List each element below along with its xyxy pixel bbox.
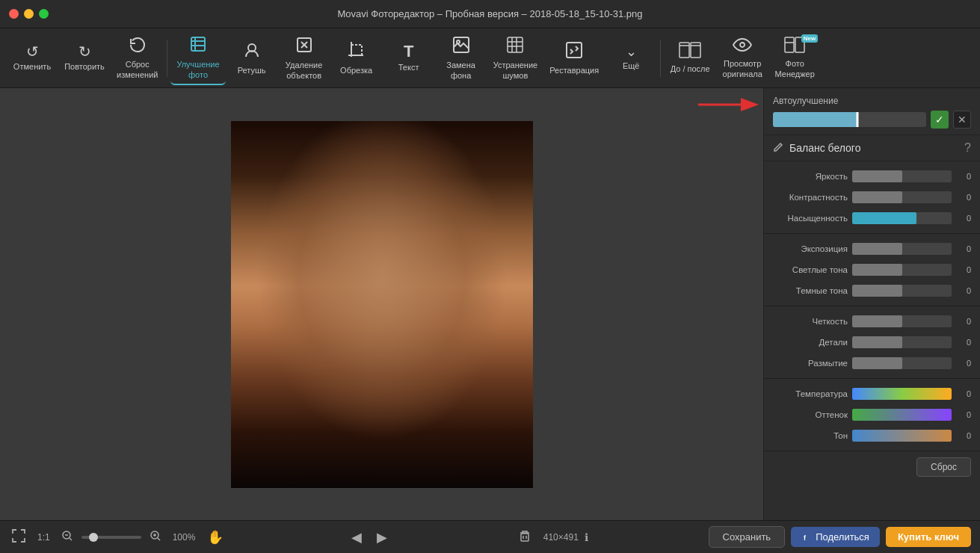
temperature-slider[interactable] [852,388,952,400]
close-button[interactable] [9,9,19,19]
section-title: Баланс белого [789,142,860,154]
redo-icon: ↻ [78,44,91,59]
prev-image-button[interactable]: ◀ [347,528,366,547]
svg-line-35 [158,538,160,540]
toolbar-reset[interactable]: Сброс изменений [111,31,164,85]
slider-row-tone: Тон 0 [773,425,971,446]
zoom-slider[interactable] [81,536,141,539]
reset-button[interactable]: Сброс [916,457,971,477]
toolbar-remove-objects-label: Удаление объектов [286,61,323,80]
toolbar-enhance[interactable]: Улучшение фото [170,31,225,85]
toolbar-restore[interactable]: Реставрация [543,31,605,85]
shadows-value: 0 [956,286,971,295]
toolbar-crop[interactable]: Обрезка [330,31,383,85]
brightness-fill [852,170,902,182]
toolbar-replace-bg[interactable]: Замена фона [435,31,487,85]
slider-row-saturation: Насыщенность 0 [773,208,971,229]
canvas-area [0,88,763,520]
save-button[interactable]: Сохранить [709,526,786,548]
auto-enhance-slider-row: ✓ ✕ [773,111,971,129]
toolbar-view-original[interactable]: Просмотр оригинала [716,31,768,85]
details-value: 0 [956,338,971,347]
crop-icon [347,40,366,63]
tone-slider[interactable] [852,430,952,442]
toolbar-retouch-label: Ретушь [238,66,266,75]
share-button[interactable]: f Поделиться [791,527,880,547]
clarity-label: Четкость [773,317,848,326]
before-after-icon [679,42,701,61]
buy-key-button[interactable]: Купить ключ [886,527,971,547]
toolbar-text-label: Текст [398,63,419,72]
help-button[interactable]: ? [964,141,971,155]
slider-row-blur: Размытие 0 [773,353,971,374]
face-overlay [231,121,533,488]
toolbar-redo[interactable]: ↻ Повторить [58,31,111,85]
next-image-button[interactable]: ▶ [372,528,392,547]
hand-tool-button[interactable]: ✋ [204,526,226,549]
toolbar-denoise-label: Устранение шумов [493,61,538,80]
highlights-value: 0 [956,265,971,274]
slider-row-exposure: Экспозиция 0 [773,238,971,259]
tone-label: Тон [773,431,848,440]
exposure-fill [852,243,902,255]
photo-container [231,121,533,488]
toolbar-photo-manager-label: Фото Менеджер [774,59,814,78]
photo-inner [231,121,533,488]
toolbar-undo-label: Отменить [13,62,51,72]
toolbar-denoise[interactable]: Устранение шумов [487,31,544,85]
info-button[interactable]: ℹ [585,531,588,543]
svg-rect-13 [508,37,523,52]
shadows-fill [852,285,902,297]
auto-enhance-confirm[interactable]: ✓ [931,111,949,129]
text-icon: T [404,43,413,60]
toolbar-remove-objects[interactable]: Удаление объектов [278,31,330,85]
toolbar-more[interactable]: ⌄ Ещё [605,31,657,85]
shadows-label: Темные тона [773,286,848,295]
blur-fill [852,357,902,369]
share-label: Поделиться [816,531,869,543]
toolbar-text[interactable]: T Текст [383,31,435,85]
reset-btn-row: Сброс [764,451,980,483]
toolbar-undo[interactable]: ↺ Отменить [6,31,58,85]
auto-enhance-track[interactable] [773,112,926,127]
toolbar-photo-manager[interactable]: New Фото Менеджер [768,31,821,85]
replace-bg-icon [452,35,471,58]
highlights-slider[interactable] [852,264,952,276]
minimize-button[interactable] [24,9,34,19]
auto-enhance-cancel[interactable]: ✕ [953,111,971,129]
main-area: Автоулучшение ✓ ✕ Баланс белого ? [0,88,980,520]
blur-label: Размытие [773,359,848,368]
undo-icon: ↺ [26,44,39,59]
exposure-value: 0 [956,244,971,253]
contrast-fill [852,191,902,203]
zoom-in-button[interactable] [147,528,164,547]
maximize-button[interactable] [39,9,49,19]
slider-row-details: Детали 0 [773,332,971,353]
blur-slider[interactable] [852,357,952,369]
brightness-slider[interactable] [852,170,952,182]
hue-slider[interactable] [852,409,952,421]
saturation-fill [852,212,916,224]
window-title: Movavi Фоторедактор – Пробная версия – 2… [337,8,642,19]
titlebar: Movavi Фоторедактор – Пробная версия – 2… [0,0,980,28]
svg-rect-36 [521,534,528,541]
saturation-slider[interactable] [852,212,952,224]
zoom-ratio: 1:1 [37,532,50,543]
brightness-label: Яркость [773,172,848,181]
image-size: 410×491 [543,532,579,543]
contrast-slider[interactable] [852,191,952,203]
shadows-slider[interactable] [852,285,952,297]
zoom-out-button[interactable] [59,528,75,547]
fullscreen-button[interactable] [9,526,28,549]
toolbar-before-after[interactable]: До / после [664,31,716,85]
svg-rect-20 [691,43,700,58]
toolbar-retouch[interactable]: Ретушь [226,31,278,85]
slider-group-4: Температура 0 Оттенок 0 Тон 0 [764,379,980,451]
exposure-slider[interactable] [852,243,952,255]
details-slider[interactable] [852,336,952,348]
more-icon: ⌄ [626,45,637,58]
slider-group-1: Яркость 0 Контрастность 0 Насыщенность 0 [764,161,980,234]
clarity-slider[interactable] [852,315,952,327]
saturation-label: Насыщенность [773,214,848,223]
delete-button[interactable] [512,526,537,549]
